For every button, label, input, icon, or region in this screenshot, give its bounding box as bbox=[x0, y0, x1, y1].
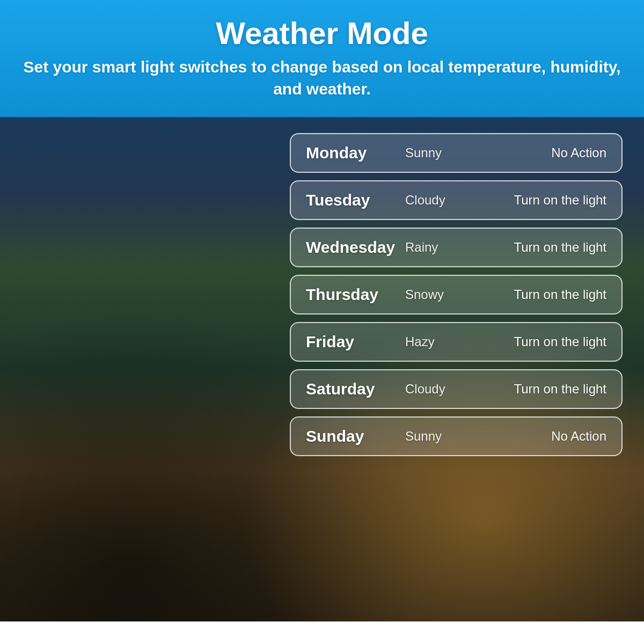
weather-condition: Cloudy bbox=[405, 382, 464, 397]
day-card-monday[interactable]: MondaySunnyNo Action bbox=[290, 133, 623, 173]
weather-condition: Sunny bbox=[405, 429, 464, 444]
action-text: Turn on the light bbox=[464, 287, 606, 302]
weather-condition: Hazy bbox=[405, 334, 464, 349]
day-name: Thursday bbox=[306, 286, 405, 304]
cards-container: MondaySunnyNo ActionTuesdayCloudyTurn on… bbox=[290, 133, 623, 456]
background-section: MondaySunnyNo ActionTuesdayCloudyTurn on… bbox=[0, 117, 644, 621]
day-card-thursday[interactable]: ThursdaySnowyTurn on the light bbox=[290, 275, 623, 314]
day-card-friday[interactable]: FridayHazyTurn on the light bbox=[290, 322, 623, 362]
action-text: Turn on the light bbox=[464, 382, 606, 397]
day-name: Saturday bbox=[306, 380, 405, 398]
weather-condition: Snowy bbox=[405, 287, 464, 302]
day-card-saturday[interactable]: SaturdayCloudyTurn on the light bbox=[290, 369, 623, 409]
day-name: Monday bbox=[306, 144, 405, 162]
weather-condition: Sunny bbox=[405, 145, 464, 160]
day-name: Sunday bbox=[306, 427, 405, 445]
day-card-wednesday[interactable]: WednesdayRainyTurn on the light bbox=[290, 228, 623, 267]
action-text: No Action bbox=[464, 429, 606, 444]
weather-condition: Cloudy bbox=[405, 193, 464, 208]
header: Weather Mode Set your smart light switch… bbox=[0, 0, 644, 117]
action-text: Turn on the light bbox=[464, 240, 606, 255]
action-text: No Action bbox=[464, 145, 606, 160]
day-name: Friday bbox=[306, 333, 405, 351]
day-card-sunday[interactable]: SundaySunnyNo Action bbox=[290, 416, 623, 456]
page-subtitle: Set your smart light switches to change … bbox=[21, 56, 623, 100]
weather-condition: Rainy bbox=[405, 240, 464, 255]
action-text: Turn on the light bbox=[464, 334, 606, 349]
page-title: Weather Mode bbox=[21, 15, 623, 51]
day-name: Tuesday bbox=[306, 191, 405, 209]
day-card-tuesday[interactable]: TuesdayCloudyTurn on the light bbox=[290, 180, 623, 220]
action-text: Turn on the light bbox=[464, 193, 606, 208]
day-name: Wednesday bbox=[306, 238, 405, 257]
